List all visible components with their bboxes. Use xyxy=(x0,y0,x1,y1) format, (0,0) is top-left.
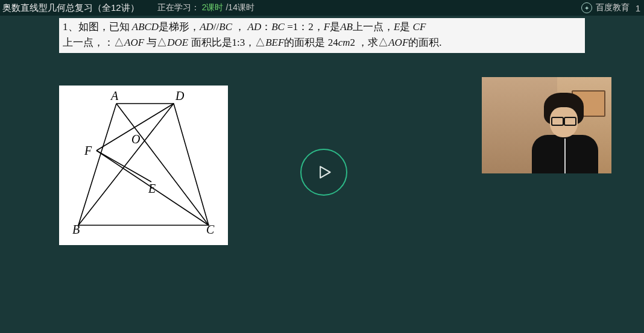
brand-number: 1 xyxy=(636,3,640,13)
lesson-current: 2课时 xyxy=(202,2,224,13)
var: BC xyxy=(271,21,285,33)
var: AOF xyxy=(388,37,408,48)
play-button[interactable] xyxy=(300,149,347,196)
var: AD xyxy=(200,21,213,33)
glasses-icon xyxy=(551,117,576,124)
text: 与△ xyxy=(144,37,167,48)
text: ： xyxy=(261,21,271,33)
var: AD xyxy=(248,21,262,33)
text: 上一点， xyxy=(353,21,394,33)
pt-E: E xyxy=(148,182,156,195)
study-label: 正在学习： xyxy=(157,2,200,13)
var: cm xyxy=(338,37,350,48)
text: 是 xyxy=(400,21,412,33)
brand-text: 百度教育 xyxy=(596,2,630,13)
webcam-person-zipper xyxy=(564,138,566,173)
var: BEF xyxy=(265,37,284,48)
var: DOE xyxy=(167,37,188,48)
var: CF xyxy=(413,21,426,33)
brand-logo-icon: ✦ xyxy=(581,2,592,13)
text: 1、如图，已知 xyxy=(63,21,132,33)
text: 面积比是1:3，△ xyxy=(188,37,265,48)
text: 2 ，求△ xyxy=(350,37,388,48)
text: 是梯形， xyxy=(159,21,200,33)
webcam-person xyxy=(527,89,599,173)
trapezoid-svg: A D B C F O E xyxy=(59,86,228,245)
pt-B: B xyxy=(72,223,80,236)
video-header: 奥数直线型几何总复习（全12讲） 正在学习： 2课时 /14课时 ✦ 百度教育 … xyxy=(0,0,644,16)
var: F xyxy=(324,21,330,33)
problem-line-1: 1、如图，已知 ABCD是梯形，AD//BC ， AD：BC =1：2，F是AB… xyxy=(63,19,581,35)
lesson-progress: 正在学习： 2课时 /14课时 xyxy=(157,2,254,13)
brand-block: ✦ 百度教育 1 xyxy=(581,0,640,16)
svg-line-4 xyxy=(96,151,151,182)
var: AB xyxy=(340,21,353,33)
text: 是 xyxy=(330,21,340,33)
svg-line-1 xyxy=(116,104,209,225)
problem-line-2: 上一点，：△AOF 与△DOE 面积比是1:3，△BEF的面积是 24cm2 ，… xyxy=(63,35,581,51)
text: ， xyxy=(232,21,248,33)
lesson-total: /14课时 xyxy=(226,2,254,13)
var: E xyxy=(394,21,400,33)
pt-C: C xyxy=(206,223,215,236)
text: =1：2， xyxy=(285,21,324,33)
svg-line-0 xyxy=(78,104,174,225)
text: // xyxy=(213,21,219,33)
text: 的面积是 24 xyxy=(284,37,338,48)
pt-O: O xyxy=(131,132,140,146)
var: ABCD xyxy=(132,21,159,33)
pt-A: A xyxy=(110,89,119,102)
geometry-diagram: A D B C F O E xyxy=(59,86,228,245)
pt-D: D xyxy=(175,89,185,102)
var: BC xyxy=(219,21,232,33)
course-title: 奥数直线型几何总复习（全12讲） xyxy=(2,2,139,14)
instructor-webcam xyxy=(482,77,611,173)
var: AOF xyxy=(124,37,144,48)
play-icon xyxy=(315,164,332,181)
text: 上一点，：△ xyxy=(63,37,124,48)
text: 的面积. xyxy=(408,37,441,48)
pt-F: F xyxy=(84,144,92,157)
problem-statement: 1、如图，已知 ABCD是梯形，AD//BC ， AD：BC =1：2，F是AB… xyxy=(59,18,585,53)
